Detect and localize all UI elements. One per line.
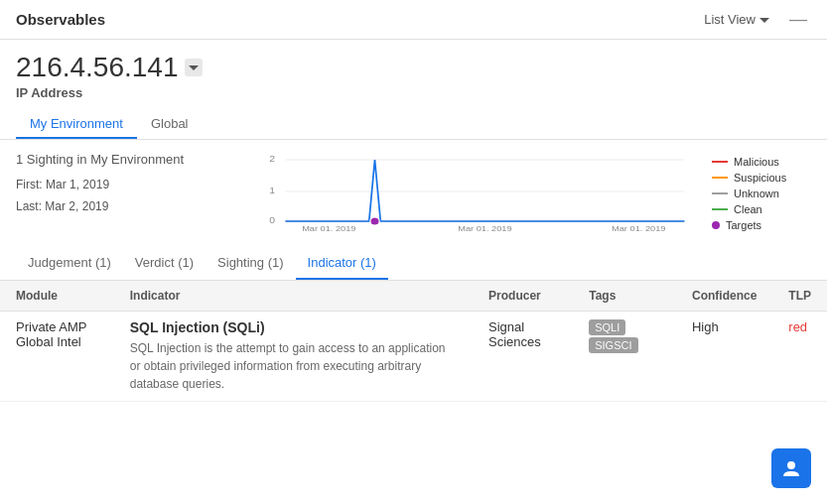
- first-date-row: First: Mar 1, 2019: [16, 175, 244, 196]
- first-value: Mar 1, 2019: [46, 178, 109, 191]
- sighting-chart: 2 1 0 Mar 01, 2019 Mar 01, 2019 Mar 01, …: [260, 152, 696, 231]
- left-panel: 1 Sighting in My Environment First: Mar …: [16, 152, 244, 235]
- legend-malicious-label: Malicious: [734, 156, 779, 168]
- last-value: Mar 2, 2019: [45, 199, 108, 213]
- cell-producer: Signal Sciences: [473, 312, 573, 402]
- cell-indicator: SQL Injection (SQLi) SQL Injection is th…: [114, 312, 473, 402]
- list-view-button[interactable]: List View: [696, 8, 777, 31]
- page-title: Observables: [16, 11, 105, 28]
- minimize-button[interactable]: —: [785, 9, 811, 30]
- main-content: 1 Sighting in My Environment First: Mar …: [0, 140, 827, 247]
- svg-text:Mar 01, 2019: Mar 01, 2019: [612, 224, 666, 231]
- legend-malicious: Malicious: [712, 156, 811, 168]
- suspicious-line-icon: [712, 177, 728, 179]
- legend-unknown: Unknown: [712, 188, 811, 199]
- col-confidence: Confidence: [676, 281, 772, 312]
- list-view-label: List View: [704, 12, 756, 27]
- malicious-line-icon: [712, 161, 728, 163]
- svg-point-9: [370, 217, 379, 225]
- sighting-count: 1 Sighting in My Environment: [16, 152, 244, 167]
- legend-suspicious: Suspicious: [712, 172, 811, 184]
- clean-line-icon: [712, 208, 728, 210]
- indicator-name: SQL Injection (SQLi): [130, 319, 457, 335]
- col-tlp: TLP: [772, 281, 827, 312]
- user-icon: [781, 458, 801, 478]
- cell-module: Private AMP Global Intel: [0, 312, 114, 402]
- legend-clean-label: Clean: [734, 203, 762, 215]
- env-tabs: My Environment Global: [0, 100, 827, 140]
- svg-text:2: 2: [269, 154, 275, 164]
- sub-tabs: Judgement (1) Verdict (1) Sighting (1) I…: [0, 247, 827, 281]
- date-info: First: Mar 1, 2019 Last: Mar 2, 2019: [16, 175, 244, 217]
- last-label: Last:: [16, 199, 42, 213]
- tab-sighting[interactable]: Sighting (1): [206, 247, 295, 280]
- ip-address-text: 216.4.56.141: [16, 52, 179, 83]
- legend-suspicious-label: Suspicious: [734, 172, 786, 184]
- targets-dot-icon: [712, 221, 720, 229]
- ip-type-label: IP Address: [16, 85, 811, 100]
- table-header-row: Module Indicator Producer Tags Confidenc…: [0, 281, 827, 312]
- legend-unknown-label: Unknown: [734, 188, 779, 199]
- cell-tags: SQLI SIGSCI: [573, 312, 676, 402]
- top-bar-right: List View —: [696, 8, 811, 31]
- legend: Malicious Suspicious Unknown Clean Targe…: [712, 152, 811, 235]
- tag-sqli: SQLI: [589, 319, 625, 335]
- table-row: Private AMP Global Intel SQL Injection (…: [0, 312, 827, 402]
- table-container: Module Indicator Producer Tags Confidenc…: [0, 281, 827, 402]
- tag-sigsci: SIGSCI: [589, 337, 637, 353]
- top-bar: Observables List View —: [0, 0, 827, 40]
- tab-my-environment[interactable]: My Environment: [16, 110, 137, 139]
- svg-marker-1: [189, 65, 199, 70]
- cell-confidence: High: [676, 312, 772, 402]
- cell-tlp: red: [772, 312, 827, 402]
- legend-targets-label: Targets: [726, 219, 761, 231]
- fab-button[interactable]: [771, 448, 811, 488]
- svg-text:1: 1: [269, 186, 275, 195]
- svg-text:0: 0: [269, 215, 275, 225]
- first-label: First:: [16, 178, 43, 191]
- unknown-line-icon: [712, 192, 728, 194]
- tab-indicator[interactable]: Indicator (1): [296, 247, 388, 280]
- ip-section: 216.4.56.141 IP Address: [0, 40, 827, 100]
- col-tags: Tags: [573, 281, 676, 312]
- tab-verdict[interactable]: Verdict (1): [123, 247, 206, 280]
- chevron-down-icon: [189, 63, 199, 72]
- last-date-row: Last: Mar 2, 2019: [16, 196, 244, 218]
- legend-targets: Targets: [712, 219, 811, 231]
- ip-dropdown-button[interactable]: [185, 59, 203, 76]
- svg-text:Mar 01, 2019: Mar 01, 2019: [458, 224, 512, 231]
- ip-address-row: 216.4.56.141: [16, 52, 811, 83]
- indicator-desc: SQL Injection is the attempt to gain acc…: [130, 339, 457, 393]
- svg-point-13: [787, 461, 795, 469]
- tab-global[interactable]: Global: [137, 110, 203, 139]
- legend-clean: Clean: [712, 203, 811, 215]
- indicator-table: Module Indicator Producer Tags Confidenc…: [0, 281, 827, 402]
- chevron-down-icon: [759, 15, 769, 25]
- chart-area: 2 1 0 Mar 01, 2019 Mar 01, 2019 Mar 01, …: [260, 152, 696, 231]
- tab-judgement[interactable]: Judgement (1): [16, 247, 123, 280]
- col-producer: Producer: [473, 281, 573, 312]
- svg-marker-0: [759, 18, 769, 23]
- col-indicator: Indicator: [114, 281, 473, 312]
- col-module: Module: [0, 281, 114, 312]
- svg-text:Mar 01, 2019: Mar 01, 2019: [302, 224, 356, 231]
